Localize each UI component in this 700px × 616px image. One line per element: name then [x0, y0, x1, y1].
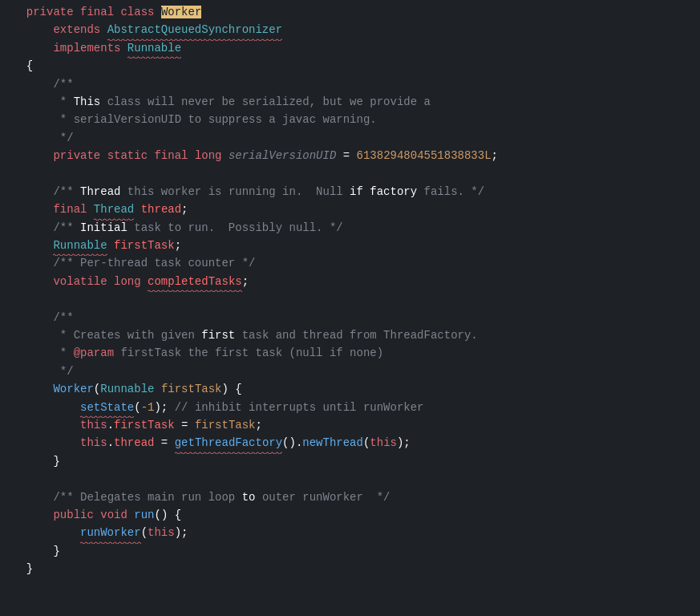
code-line-1: private final class Worker: [0, 3, 700, 21]
field-this-firsttask: firstTask: [114, 419, 175, 432]
type-thread: Thread: [94, 203, 134, 216]
code-line-28: /** Delegates main run loop to outer run…: [0, 488, 700, 506]
keyword-volatile: volatile: [53, 275, 107, 288]
code-line-19: * Creates with given first task and thre…: [0, 326, 700, 344]
field-this-thread: thread: [114, 436, 154, 449]
field-serialversionuid: serialVersionUID: [229, 149, 336, 162]
keyword-static: static: [107, 149, 148, 162]
code-line-26: }: [0, 452, 700, 470]
code-line-11: /** Thread this worker is running in. Nu…: [0, 183, 700, 201]
code-line-32: }: [0, 560, 700, 578]
keyword-this1: this: [80, 419, 107, 432]
method-runworker: runWorker: [80, 526, 141, 539]
code-line-21: */: [0, 363, 700, 380]
method-newthread: newThread: [302, 436, 363, 449]
code-line-31: }: [0, 542, 700, 560]
keyword-implements: implements: [53, 42, 120, 55]
keyword-extends: extends: [53, 23, 100, 36]
param-firsttask: firstTask: [161, 383, 222, 395]
code-line-7: * serialVersionUID to suppress a javac w…: [0, 111, 700, 128]
code-line-12: final Thread thread;: [0, 201, 700, 218]
code-line-27: [0, 470, 700, 488]
keyword-final2: final: [154, 149, 188, 162]
var-firsttask: firstTask: [195, 419, 256, 432]
class-aqs: AbstractQueuedSynchronizer: [107, 23, 282, 36]
field-completedtasks: completedTasks: [148, 275, 242, 288]
code-editor: private final class Worker extends Abstr…: [0, 0, 700, 582]
code-line-4: {: [0, 57, 700, 75]
keyword-private2: private: [53, 149, 100, 162]
interface-runnable: Runnable: [127, 42, 181, 55]
method-run: run: [134, 509, 154, 521]
param-type-runnable: Runnable: [100, 383, 154, 395]
code-line-30: runWorker(this);: [0, 524, 700, 541]
code-line-16: volatile long completedTasks;: [0, 273, 700, 290]
keyword-this3: this: [370, 436, 397, 449]
field-thread: thread: [141, 203, 181, 216]
keyword-private: private: [26, 6, 74, 18]
type-runnable: Runnable: [53, 239, 107, 252]
code-line-8: */: [0, 129, 700, 147]
keyword-this2: this: [80, 436, 107, 449]
keyword-public: public: [53, 509, 93, 521]
code-line-22: Worker(Runnable firstTask) {: [0, 380, 700, 398]
code-line-9: private static final long serialVersionU…: [0, 147, 700, 164]
keyword-final3: final: [53, 203, 87, 216]
code-line-15: /** Per-thread task counter */: [0, 254, 700, 272]
code-line-24: this.firstTask = firstTask;: [0, 416, 700, 434]
code-line-5: /**: [0, 75, 700, 93]
code-line-6: * This class will never be serialized, b…: [0, 93, 700, 111]
code-line-3: implements Runnable: [0, 39, 700, 57]
field-firsttask: firstTask: [114, 239, 175, 252]
keyword-long: long: [195, 149, 222, 162]
code-line-10: [0, 165, 700, 183]
keyword-this4: this: [148, 526, 175, 539]
code-line-13: /** Initial task to run. Possibly null. …: [0, 219, 700, 237]
code-line-18: /**: [0, 309, 700, 326]
class-name-worker: Worker: [161, 6, 201, 18]
method-worker-constructor: Worker: [53, 383, 93, 395]
keyword-long2: long: [114, 275, 141, 288]
code-line-23: setState(-1); // inhibit interrupts unti…: [0, 399, 700, 416]
code-line-17: [0, 290, 700, 308]
method-getthreadfactory: getThreadFactory: [175, 436, 282, 449]
code-line-2: extends AbstractQueuedSynchronizer: [0, 21, 700, 38]
keyword-class: class: [120, 6, 154, 18]
code-line-20: * @param firstTask the first task (null …: [0, 344, 700, 362]
code-line-14: Runnable firstTask;: [0, 237, 700, 254]
keyword-void: void: [100, 509, 127, 521]
code-line-25: this.thread = getThreadFactory().newThre…: [0, 434, 700, 452]
value-serialversionuid: 6138294804551838833L: [357, 149, 492, 162]
method-setstate: setState: [80, 401, 134, 414]
code-line-29: public void run() {: [0, 506, 700, 524]
javadoc-param: @param: [74, 346, 114, 359]
keyword-final: final: [80, 6, 114, 18]
value-neg1: -1: [141, 401, 155, 414]
